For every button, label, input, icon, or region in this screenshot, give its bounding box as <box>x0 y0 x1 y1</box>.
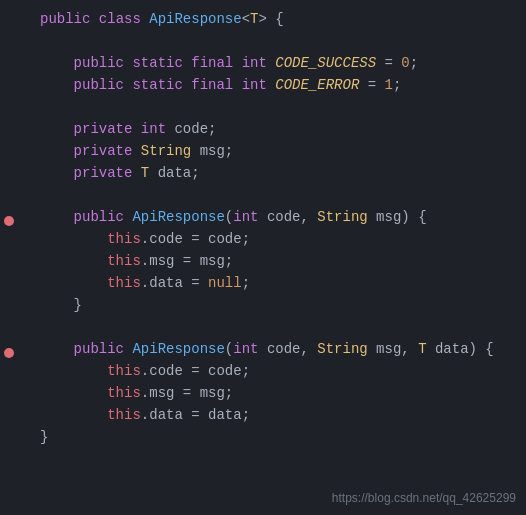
watermark: https://blog.csdn.net/qq_42625299 <box>332 491 516 505</box>
token-kw: public <box>74 55 124 71</box>
token-kw: static <box>132 77 182 93</box>
code-line: private String msg; <box>0 142 526 164</box>
token-this-kw: this <box>107 253 141 269</box>
token-plain <box>132 121 140 137</box>
token-method: ApiResponse <box>132 341 224 357</box>
line-content: private String msg; <box>30 143 233 159</box>
token-plain <box>40 143 74 159</box>
breakpoint-indicator <box>4 216 14 226</box>
line-content: this.code = code; <box>30 231 250 247</box>
token-plain: code; <box>166 121 216 137</box>
token-plain <box>40 385 107 401</box>
token-plain: code, <box>258 341 317 357</box>
code-line: } <box>0 428 526 450</box>
code-line: public static final int CODE_ERROR = 1; <box>0 76 526 98</box>
token-plain: } <box>40 429 48 445</box>
line-content: this.data = data; <box>30 407 250 423</box>
token-this-kw: this <box>107 407 141 423</box>
token-plain <box>233 77 241 93</box>
token-plain <box>40 231 107 247</box>
token-plain <box>183 55 191 71</box>
code-line <box>0 98 526 120</box>
line-content: public ApiResponse(int code, String msg,… <box>30 341 494 357</box>
token-kw: class <box>99 11 141 27</box>
line-content: } <box>30 297 82 313</box>
token-plain <box>233 55 241 71</box>
token-plain <box>40 253 107 269</box>
breakpoint-indicator <box>4 348 14 358</box>
token-plain: code, <box>258 209 317 225</box>
code-line: public class ApiResponse<T> { <box>0 10 526 32</box>
token-plain: ( <box>225 341 233 357</box>
line-content: public class ApiResponse<T> { <box>30 11 284 27</box>
line-content: this.data = null; <box>30 275 250 291</box>
token-kw: int <box>141 121 166 137</box>
token-this-kw: this <box>107 275 141 291</box>
token-plain <box>40 275 107 291</box>
token-plain: ; <box>410 55 418 71</box>
code-line: this.code = code; <box>0 230 526 252</box>
token-plain: data) { <box>427 341 494 357</box>
token-plain <box>40 121 74 137</box>
token-plain: ; <box>393 77 401 93</box>
token-plain <box>183 77 191 93</box>
token-plain: ( <box>225 209 233 225</box>
code-line <box>0 318 526 340</box>
token-plain <box>40 77 74 93</box>
code-editor: public class ApiResponse<T> { public sta… <box>0 0 526 515</box>
token-number: 1 <box>385 77 393 93</box>
token-kw: public <box>74 77 124 93</box>
token-plain <box>141 11 149 27</box>
token-const: CODE_ERROR <box>275 77 359 93</box>
token-this-kw: this <box>107 385 141 401</box>
token-plain <box>132 165 140 181</box>
token-plain: > { <box>258 11 283 27</box>
token-plain <box>90 11 98 27</box>
token-plain <box>132 143 140 159</box>
token-kw: final <box>191 77 233 93</box>
token-kw: public <box>40 11 90 27</box>
token-plain: < <box>242 11 250 27</box>
token-plain: = <box>359 77 384 93</box>
token-plain: .msg = msg; <box>141 385 233 401</box>
token-plain: msg, <box>368 341 418 357</box>
line-content: public static final int CODE_ERROR = 1; <box>30 77 401 93</box>
token-plain <box>40 341 74 357</box>
code-line: this.msg = msg; <box>0 384 526 406</box>
code-line: this.data = null; <box>0 274 526 296</box>
token-method: ApiResponse <box>149 11 241 27</box>
token-string-type: String <box>317 341 367 357</box>
token-plain: .data = data; <box>141 407 250 423</box>
token-string-type: String <box>141 143 191 159</box>
token-kw: private <box>74 165 133 181</box>
token-plain <box>40 407 107 423</box>
line-content: public ApiResponse(int code, String msg)… <box>30 209 427 225</box>
code-line: this.code = code; <box>0 362 526 384</box>
token-plain: data; <box>149 165 199 181</box>
token-kw: private <box>74 121 133 137</box>
line-content: this.msg = msg; <box>30 253 233 269</box>
token-method: ApiResponse <box>132 209 224 225</box>
token-plain <box>40 363 107 379</box>
token-kw: int <box>242 77 267 93</box>
code-line: private int code; <box>0 120 526 142</box>
code-line: private T data; <box>0 164 526 186</box>
line-content: private int code; <box>30 121 216 137</box>
code-line <box>0 186 526 208</box>
token-kw: final <box>191 55 233 71</box>
token-plain <box>40 165 74 181</box>
code-line: this.msg = msg; <box>0 252 526 274</box>
token-kw: private <box>74 143 133 159</box>
token-string-type: String <box>317 209 367 225</box>
token-plain: .code = code; <box>141 363 250 379</box>
code-line: public static final int CODE_SUCCESS = 0… <box>0 54 526 76</box>
token-plain <box>40 55 74 71</box>
token-null-kw: null <box>208 275 242 291</box>
line-content: this.code = code; <box>30 363 250 379</box>
code-line <box>0 32 526 54</box>
token-kw: int <box>233 341 258 357</box>
token-kw: int <box>233 209 258 225</box>
code-line: public ApiResponse(int code, String msg)… <box>0 208 526 230</box>
token-kw: public <box>74 341 124 357</box>
token-plain: msg; <box>191 143 233 159</box>
